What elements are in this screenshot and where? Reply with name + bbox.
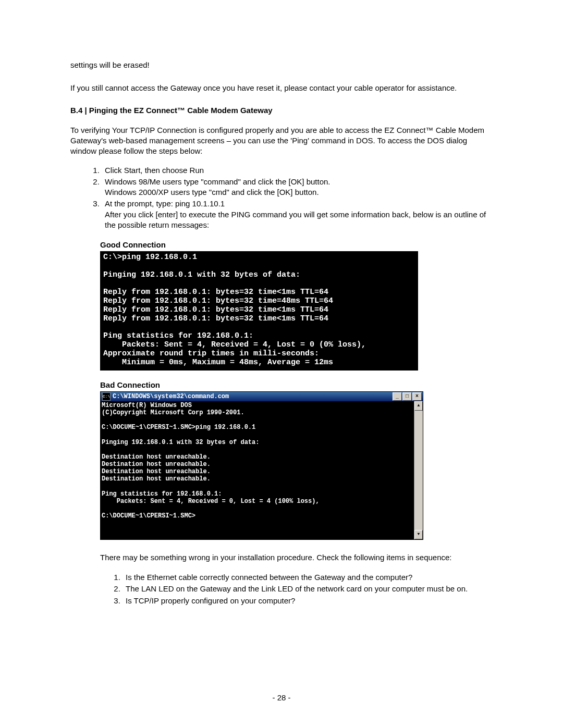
step-1: Click Start, then choose Run <box>102 165 493 176</box>
command-prompt-window: C:\ C:\WINDOWS\system32\command.com _ □ … <box>100 391 423 540</box>
window-titlebar: C:\ C:\WINDOWS\system32\command.com _ □ … <box>101 392 423 401</box>
scroll-up-button[interactable]: ▲ <box>414 401 423 411</box>
step-3-line-2: After you click [enter] to execute the P… <box>105 209 493 231</box>
document-page: settings will be erased! If you still ca… <box>0 0 563 728</box>
check-2-text: The LAN LED on the Gateway and the Link … <box>126 584 468 593</box>
step-2-line-1: Windows 98/Me users type "command" and c… <box>105 177 493 187</box>
check-3-text: Is TCP/IP properly configured on your co… <box>126 596 295 605</box>
window-body-wrap: Microsoft(R) Windows DOS (C)Copyright Mi… <box>101 401 423 539</box>
paragraph-check-items: There may be something wrong in your ins… <box>100 552 486 563</box>
check-1-text: Is the Ethernet cable correctly connecte… <box>126 573 412 582</box>
check-1: Is the Ethernet cable correctly connecte… <box>123 572 493 583</box>
check-2: The LAN LED on the Gateway and the Link … <box>123 584 493 594</box>
step-3: At the prompt, type: ping 10.1.10.1 Afte… <box>102 199 493 230</box>
paragraph-lead: To verifying Your TCP/IP Connection is c… <box>70 125 493 157</box>
check-list: Is the Ethernet cable correctly connecte… <box>70 572 493 606</box>
window-scrollbar[interactable]: ▲ ▼ <box>414 401 423 539</box>
scroll-track[interactable] <box>414 411 423 530</box>
step-2: Windows 98/Me users type "command" and c… <box>102 177 493 198</box>
bad-connection-heading: Bad Connection <box>100 380 493 390</box>
step-1-text: Click Start, then choose Run <box>105 166 204 175</box>
window-maximize-button[interactable]: □ <box>402 392 412 401</box>
section-heading-b4: B.4 | Pinging the EZ Connect™ Cable Mode… <box>70 105 493 116</box>
paragraph-cannot-access: If you still cannot access the Gateway o… <box>70 83 493 93</box>
terminal-bad-connection: Microsoft(R) Windows DOS (C)Copyright Mi… <box>101 401 414 539</box>
cmd-icon: C:\ <box>102 392 111 401</box>
terminal-good-connection: C:\>ping 192.168.0.1 Pinging 192.168.0.1… <box>100 251 418 370</box>
step-2-line-2: Windows 2000/XP users type "cmd" and cli… <box>105 187 493 198</box>
paragraph-settings-erased: settings will be erased! <box>70 60 493 70</box>
cmd-icon-text: C:\ <box>103 394 110 399</box>
window-minimize-button[interactable]: _ <box>393 392 402 401</box>
step-3-line-1: At the prompt, type: ping 10.1.10.1 <box>105 199 493 209</box>
window-close-button[interactable]: × <box>412 392 422 401</box>
check-3: Is TCP/IP properly configured on your co… <box>123 596 493 606</box>
window-title-text: C:\WINDOWS\system32\command.com <box>113 392 392 401</box>
good-connection-heading: Good Connection <box>100 240 493 250</box>
body-content: settings will be erased! If you still ca… <box>70 60 493 606</box>
scroll-down-button[interactable]: ▼ <box>414 530 423 539</box>
procedure-list: Click Start, then choose Run Windows 98/… <box>70 165 493 231</box>
page-number: - 28 - <box>0 693 563 703</box>
